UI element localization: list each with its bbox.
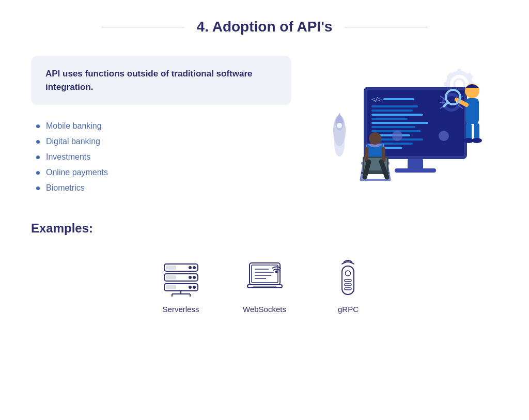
svg-rect-76 [166, 285, 176, 289]
svg-rect-41 [395, 168, 436, 173]
svg-point-39 [439, 131, 449, 141]
svg-rect-19 [371, 105, 418, 107]
info-box: API uses functions outside of traditiona… [31, 56, 291, 105]
svg-rect-93 [345, 279, 351, 282]
illustration: </> [307, 56, 493, 200]
page-title: 4. Adoption of API's [197, 19, 333, 35]
bullet-item: Online payments [36, 168, 291, 177]
title-line-left [102, 27, 184, 27]
examples-title: Examples: [31, 221, 498, 236]
svg-rect-43 [465, 98, 479, 124]
svg-rect-21 [371, 114, 423, 116]
svg-rect-20 [371, 110, 413, 112]
svg-line-61 [366, 149, 367, 160]
page: 4. Adoption of API's API uses functions … [0, 0, 529, 420]
bullet-item: Digital banking [36, 137, 291, 146]
svg-rect-94 [345, 284, 351, 286]
title-section: 4. Adoption of API's [31, 0, 498, 35]
websockets-icon [244, 256, 285, 298]
bullet-dot [36, 140, 40, 144]
svg-line-62 [383, 149, 384, 160]
bullet-text: Digital banking [46, 137, 100, 146]
svg-point-70 [189, 276, 192, 279]
bullet-dot [36, 186, 40, 190]
grpc-label: gRPC [338, 305, 359, 314]
bullet-item: Investments [36, 152, 291, 162]
bullet-dot [36, 171, 40, 175]
examples-grid: Serverless [31, 256, 498, 314]
svg-rect-23 [371, 122, 428, 124]
examples-section: Examples: [31, 221, 498, 314]
example-serverless: Serverless [160, 256, 201, 314]
svg-rect-22 [371, 118, 408, 120]
svg-point-90 [275, 270, 277, 273]
bullet-dot [36, 125, 40, 128]
svg-point-38 [392, 131, 402, 141]
bullet-text: Mobile banking [46, 121, 102, 131]
bullet-list: Mobile bankingDigital bankingInvestments… [31, 121, 291, 193]
svg-rect-18 [383, 98, 414, 100]
serverless-label: Serverless [163, 305, 199, 314]
svg-point-14 [337, 123, 342, 128]
bullet-item: Mobile banking [36, 121, 291, 131]
bullet-text: Biometrics [46, 183, 85, 193]
websockets-label: WebSockets [243, 305, 286, 314]
example-websockets: WebSockets [243, 256, 286, 314]
svg-rect-4 [444, 82, 450, 86]
left-content: API uses functions outside of traditiona… [31, 56, 291, 200]
svg-point-67 [193, 266, 196, 269]
svg-rect-68 [166, 266, 176, 270]
right-content: </> [302, 56, 498, 200]
svg-point-92 [346, 271, 351, 276]
title-line-right [345, 27, 427, 27]
svg-point-50 [472, 138, 482, 143]
svg-rect-72 [166, 275, 176, 279]
main-content: API uses functions outside of traditiona… [31, 56, 498, 200]
svg-rect-40 [408, 159, 423, 169]
example-grpc: gRPC [328, 256, 369, 314]
svg-point-57 [369, 132, 381, 145]
bullet-item: Biometrics [36, 183, 291, 193]
svg-rect-24 [371, 126, 415, 128]
svg-point-75 [193, 286, 196, 289]
svg-rect-2 [457, 69, 461, 75]
svg-point-66 [189, 266, 192, 269]
svg-text:</>: </> [371, 96, 382, 103]
bullet-text: Investments [46, 152, 90, 162]
svg-point-74 [189, 286, 192, 289]
svg-rect-95 [345, 288, 351, 290]
info-box-text: API uses functions outside of traditiona… [45, 67, 277, 94]
bullet-text: Online payments [46, 168, 108, 177]
grpc-icon [328, 256, 369, 298]
serverless-icon [160, 256, 201, 298]
bullet-dot [36, 155, 40, 159]
svg-point-71 [193, 276, 196, 279]
svg-rect-81 [250, 263, 280, 285]
